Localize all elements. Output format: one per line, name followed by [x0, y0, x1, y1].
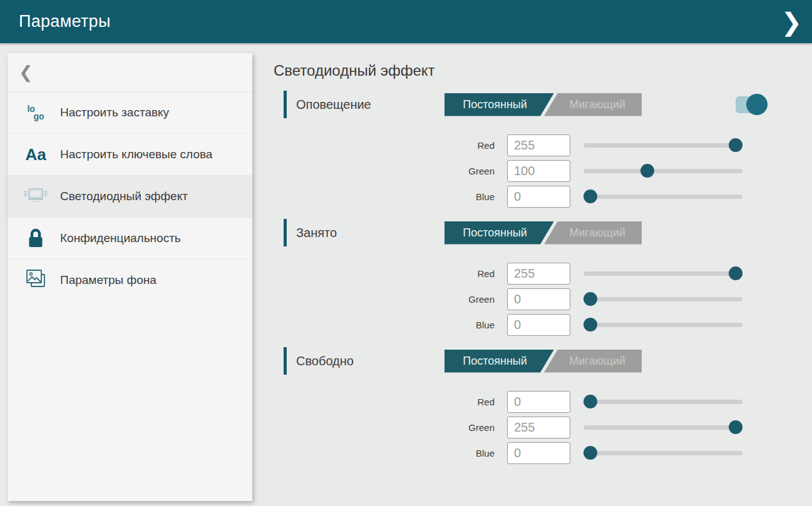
- blue-slider-row: Blue: [438, 440, 793, 466]
- red-value-input[interactable]: [507, 134, 570, 156]
- sidebar-item-keywords[interactable]: Aa Настроить ключевые слова: [8, 134, 252, 176]
- mode-blink-button[interactable]: Мигающий: [544, 93, 642, 116]
- green-slider[interactable]: [583, 297, 743, 301]
- sidebar-back-button[interactable]: ❮: [8, 53, 252, 92]
- green-slider-row: Green: [438, 158, 793, 184]
- sidebar-item-led-effect[interactable]: Светодиодный эффект: [8, 176, 252, 218]
- page-title: Параметры: [0, 12, 111, 31]
- alert-enable-switch[interactable]: [736, 96, 762, 113]
- green-value-input[interactable]: [507, 160, 570, 182]
- red-slider[interactable]: [583, 271, 743, 276]
- blue-slider-row: Blue: [438, 184, 793, 210]
- mode-blink-button[interactable]: Мигающий: [544, 221, 642, 245]
- sidebar-item-label: Конфиденциальность: [60, 230, 181, 246]
- slider-thumb[interactable]: [583, 395, 597, 408]
- logo-icon: logo: [21, 98, 50, 127]
- red-slider-row: Red: [438, 389, 793, 415]
- red-slider[interactable]: [583, 143, 743, 148]
- green-slider-row: Green: [438, 415, 793, 440]
- mode-segmented-control: Постоянный Мигающий: [445, 350, 642, 373]
- red-value-input[interactable]: [507, 263, 570, 285]
- section-title: Занято: [296, 226, 445, 240]
- sidebar-item-label: Настроить заставку: [60, 104, 169, 121]
- keywords-aa-icon: Aa: [21, 140, 50, 169]
- blue-value-input[interactable]: [507, 186, 570, 208]
- sidebar-item-label: Настроить ключевые слова: [60, 146, 212, 163]
- mode-solid-button[interactable]: Постоянный: [445, 350, 554, 373]
- blue-label: Blue: [438, 448, 495, 458]
- blue-slider[interactable]: [583, 451, 743, 455]
- blue-slider[interactable]: [583, 195, 743, 199]
- mode-solid-button[interactable]: Постоянный: [445, 221, 554, 245]
- main-content: Светодиодный эффект Оповещение Постоянны…: [274, 43, 793, 474]
- slider-thumb[interactable]: [583, 292, 597, 306]
- section-alert: Оповещение Постоянный Мигающий Red: [274, 89, 793, 210]
- blue-value-input[interactable]: [507, 314, 570, 336]
- red-slider-row: Red: [438, 261, 793, 286]
- mode-segmented-control: Постоянный Мигающий: [445, 93, 642, 116]
- sidebar: ❮ logo Настроить заставку Aa Настроить к…: [8, 53, 252, 501]
- blue-slider[interactable]: [583, 323, 743, 327]
- red-value-input[interactable]: [507, 391, 570, 413]
- green-label: Green: [438, 166, 495, 176]
- background-images-icon: [21, 266, 50, 295]
- accent-bar: [284, 219, 287, 246]
- switch-thumb[interactable]: [746, 94, 768, 115]
- accent-bar: [284, 347, 287, 375]
- blue-value-input[interactable]: [507, 442, 570, 464]
- section-busy: Занято Постоянный Мигающий Red Green: [274, 218, 793, 338]
- green-value-input[interactable]: [507, 288, 570, 310]
- lock-icon: [21, 224, 50, 253]
- green-label: Green: [438, 422, 495, 433]
- green-slider[interactable]: [583, 425, 743, 430]
- red-slider-row: Red: [438, 133, 793, 158]
- blue-slider-row: Blue: [438, 312, 793, 338]
- led-screen-icon: [21, 182, 50, 211]
- chevron-right-icon[interactable]: ❯: [781, 9, 812, 34]
- blue-label: Blue: [438, 191, 495, 202]
- green-label: Green: [438, 294, 495, 305]
- settings-window: Параметры ❯ ❮ logo Настроить заставку Aa…: [0, 0, 812, 506]
- section-title: Свободно: [296, 354, 445, 368]
- sidebar-item-splash-screen[interactable]: logo Настроить заставку: [8, 92, 252, 134]
- slider-thumb[interactable]: [729, 266, 743, 280]
- mode-blink-button[interactable]: Мигающий: [544, 350, 642, 373]
- slider-thumb[interactable]: [583, 190, 597, 203]
- red-label: Red: [438, 140, 495, 151]
- green-slider-row: Green: [438, 286, 793, 312]
- mode-solid-button[interactable]: Постоянный: [445, 93, 554, 116]
- section-title: Оповещение: [296, 98, 445, 112]
- mode-segmented-control: Постоянный Мигающий: [445, 221, 642, 245]
- slider-thumb[interactable]: [583, 446, 597, 460]
- blue-label: Blue: [438, 320, 495, 330]
- chevron-left-icon: ❮: [19, 63, 33, 83]
- section-free: Свободно Постоянный Мигающий Red Green: [274, 346, 793, 466]
- red-slider[interactable]: [583, 400, 743, 404]
- sidebar-item-label: Светодиодный эффект: [60, 188, 188, 205]
- content-title: Светодиодный эффект: [274, 62, 793, 79]
- sidebar-item-background[interactable]: Параметры фона: [8, 260, 252, 301]
- green-value-input[interactable]: [507, 417, 570, 438]
- slider-thumb[interactable]: [729, 420, 743, 434]
- header-bar: Параметры ❯: [0, 0, 812, 43]
- slider-thumb[interactable]: [640, 164, 654, 178]
- slider-thumb[interactable]: [583, 318, 597, 331]
- sidebar-item-privacy[interactable]: Конфиденциальность: [8, 218, 252, 260]
- sidebar-item-label: Параметры фона: [60, 272, 157, 288]
- red-label: Red: [438, 268, 495, 279]
- slider-thumb[interactable]: [729, 138, 743, 152]
- red-label: Red: [438, 397, 495, 407]
- accent-bar: [284, 91, 287, 118]
- green-slider[interactable]: [583, 169, 743, 173]
